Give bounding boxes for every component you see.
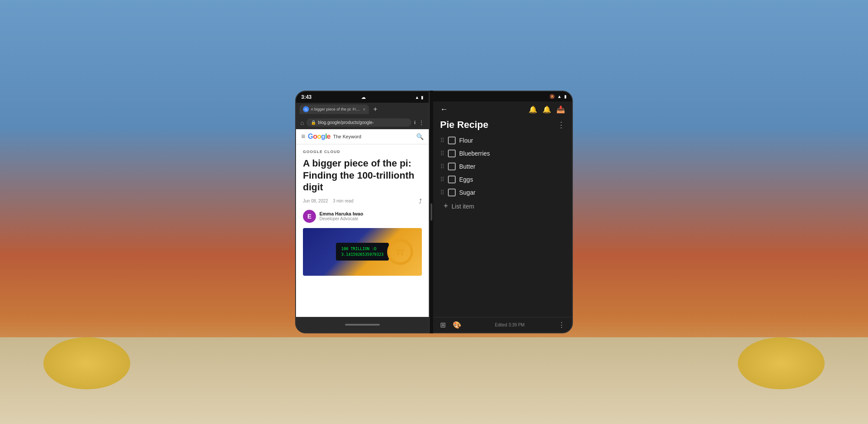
browser-content: ≡ Google The Keyword 🔍 GOOGLE CLOUD A bi… bbox=[296, 129, 429, 317]
add-item-row[interactable]: + List item bbox=[437, 199, 569, 213]
tab-close-button[interactable]: × bbox=[363, 107, 365, 112]
article-meta: Jun 08, 2022 3 min read ⤴ bbox=[303, 198, 422, 205]
status-time: 3:43 bbox=[301, 94, 312, 100]
drag-handle-icon[interactable]: ⠿ bbox=[440, 163, 444, 170]
item-text-butter: Butter bbox=[459, 163, 475, 170]
note-header: Pie Recipe ⋮ bbox=[433, 117, 572, 134]
status-cloud-icon: ☁ bbox=[361, 95, 366, 100]
item-text-sugar: Sugar bbox=[459, 189, 475, 196]
note-more-icon[interactable]: ⋮ bbox=[557, 120, 565, 130]
author-row: E Emma Haruka Iwao Developer Advocate bbox=[303, 210, 422, 223]
archive-icon[interactable]: 📥 bbox=[556, 105, 565, 114]
pi-display: 100 TRILLION :D 3.1415926535979323 bbox=[336, 243, 389, 261]
checkbox-eggs[interactable] bbox=[448, 176, 456, 183]
fold-hinge bbox=[430, 91, 433, 333]
back-button[interactable]: ← bbox=[440, 105, 448, 114]
add-box-icon[interactable]: ⊞ bbox=[440, 321, 446, 329]
article-tag: GOOGLE CLOUD bbox=[303, 150, 422, 154]
wifi-icon-right: ▲ bbox=[557, 94, 562, 99]
keep-action-buttons: 🔔 🔔 📥 bbox=[529, 105, 565, 114]
right-screen-keep: 🔕 ▲ ▮ ← 🔔 🔔 📥 Pie Recipe ⋮ ⠿ Flour bbox=[433, 91, 573, 333]
pi-symbol: π bbox=[396, 246, 404, 258]
page-search-bar: ≡ Google The Keyword 🔍 bbox=[296, 129, 429, 144]
footer-more-icon[interactable]: ⋮ bbox=[558, 321, 565, 329]
drag-handle-icon[interactable]: ⠿ bbox=[440, 176, 444, 183]
bell-icon[interactable]: 🔔 bbox=[529, 105, 537, 114]
left-screen-chrome: 3:43 ☁ ▲ ▮ G A bigger piece of the pi: F… bbox=[295, 91, 430, 333]
tab-bar: G A bigger piece of the pi: Fin... × + bbox=[296, 103, 429, 116]
keep-items-list: ⠿ Flour ⠿ Blueberries ⠿ Butter ⠿ Eggs ⠿ bbox=[433, 134, 572, 317]
address-bar: ⌂ 🔒 blog.google/products/google- ℹ ⋮ bbox=[296, 116, 429, 129]
list-item: ⠿ Butter bbox=[437, 160, 569, 173]
foldable-phone: 3:43 ☁ ▲ ▮ G A bigger piece of the pi: F… bbox=[295, 91, 573, 333]
left-decorative-object bbox=[43, 337, 130, 389]
item-text-eggs: Eggs bbox=[459, 176, 473, 183]
status-bar-right: 🔕 ▲ ▮ bbox=[433, 91, 572, 101]
article-title: A bigger piece of the pi: Finding the 10… bbox=[303, 157, 422, 193]
new-tab-button[interactable]: + bbox=[371, 104, 380, 114]
status-icons-left: ▲ ▮ bbox=[415, 95, 424, 100]
wifi-icon: ▲ bbox=[415, 95, 419, 100]
fold-hinge-inner bbox=[431, 203, 432, 221]
note-title: Pie Recipe bbox=[440, 119, 488, 130]
pi-circle: π bbox=[387, 239, 413, 265]
search-icon[interactable]: 🔍 bbox=[416, 133, 424, 140]
checkbox-flour[interactable] bbox=[448, 137, 456, 144]
more-options-icon[interactable]: ⋮ bbox=[418, 119, 424, 126]
author-name: Emma Haruka Iwao bbox=[319, 211, 363, 216]
status-bar-left: 3:43 ☁ ▲ ▮ bbox=[296, 91, 429, 103]
checkbox-blueberries[interactable] bbox=[448, 150, 456, 157]
bottom-nav-left bbox=[296, 317, 429, 333]
add-item-plus-icon: + bbox=[444, 202, 448, 211]
active-tab[interactable]: G A bigger piece of the pi: Fin... × bbox=[299, 104, 369, 114]
reminder-icon[interactable]: 🔔 bbox=[542, 105, 551, 114]
article-content: GOOGLE CLOUD A bigger piece of the pi: F… bbox=[296, 144, 429, 317]
mute-icon: 🔕 bbox=[549, 94, 555, 99]
palette-icon[interactable]: 🎨 bbox=[453, 321, 461, 329]
list-item: ⠿ Eggs bbox=[437, 173, 569, 186]
battery-icon-right: ▮ bbox=[564, 94, 567, 99]
drag-handle-icon[interactable]: ⠿ bbox=[440, 189, 444, 196]
edited-timestamp: Edited 3:39 PM bbox=[495, 323, 524, 327]
keep-footer: ⊞ 🎨 Edited 3:39 PM ⋮ bbox=[433, 317, 572, 333]
info-icon[interactable]: ℹ bbox=[414, 120, 416, 125]
author-role: Developer Advocate bbox=[319, 216, 363, 221]
search-field[interactable]: The Keyword bbox=[333, 134, 414, 139]
item-text-flour: Flour bbox=[459, 137, 473, 144]
checkbox-butter[interactable] bbox=[448, 163, 456, 170]
author-info: Emma Haruka Iwao Developer Advocate bbox=[319, 211, 363, 221]
battery-icon: ▮ bbox=[421, 95, 424, 100]
footer-action-buttons: ⊞ 🎨 bbox=[440, 321, 461, 329]
drag-handle-icon[interactable]: ⠿ bbox=[440, 137, 444, 144]
home-indicator[interactable] bbox=[345, 324, 380, 326]
home-icon[interactable]: ⌂ bbox=[300, 119, 304, 126]
url-text: blog.google/products/google- bbox=[318, 120, 374, 125]
lock-icon: 🔒 bbox=[311, 120, 316, 125]
drag-handle-icon[interactable]: ⠿ bbox=[440, 150, 444, 157]
list-item: ⠿ Blueberries bbox=[437, 147, 569, 160]
hamburger-menu-icon[interactable]: ≡ bbox=[301, 133, 305, 140]
article-date-read: Jun 08, 2022 3 min read bbox=[303, 199, 353, 203]
keep-header: ← 🔔 🔔 📥 bbox=[433, 101, 572, 117]
tab-favicon: G bbox=[303, 106, 309, 112]
table-surface bbox=[0, 337, 868, 424]
item-text-blueberries: Blueberries bbox=[459, 150, 490, 157]
right-decorative-object bbox=[738, 337, 825, 389]
list-item: ⠿ Flour bbox=[437, 134, 569, 147]
add-item-label: List item bbox=[452, 203, 474, 210]
tab-title: A bigger piece of the pi: Fin... bbox=[311, 107, 361, 111]
url-bar[interactable]: 🔒 blog.google/products/google- bbox=[306, 118, 411, 127]
google-logo: Google bbox=[308, 133, 330, 140]
article-image: 100 TRILLION :D 3.1415926535979323 π bbox=[303, 228, 422, 276]
list-item: ⠿ Sugar bbox=[437, 186, 569, 199]
author-avatar: E bbox=[303, 210, 316, 223]
checkbox-sugar[interactable] bbox=[448, 189, 456, 196]
share-icon[interactable]: ⤴ bbox=[419, 198, 422, 205]
